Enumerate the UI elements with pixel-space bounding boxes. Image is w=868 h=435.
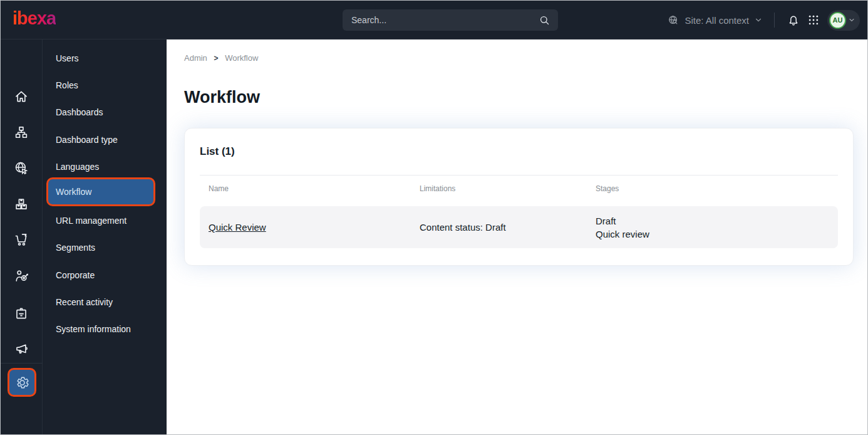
- sidebar-item-dashboard-type[interactable]: Dashboard type: [46, 126, 155, 153]
- workflow-list-card: List (1) Name Limitations Stages Quick R…: [184, 128, 854, 266]
- site-globe-icon: [13, 160, 29, 176]
- notifications-button[interactable]: [783, 10, 803, 30]
- page-title: Workflow: [184, 88, 260, 107]
- column-header-name: Name: [200, 184, 411, 193]
- admin-sidebar: Users Roles Dashboards Dashboard type La…: [43, 39, 167, 434]
- audience-target-icon: [13, 268, 29, 284]
- app-switcher-button[interactable]: [803, 10, 824, 30]
- id-badge-icon: [13, 305, 29, 322]
- sidebar-item-url-management[interactable]: URL management: [46, 207, 155, 234]
- site-context-dropdown[interactable]: Site: All context: [667, 14, 763, 26]
- site-context-label: Site: All context: [685, 15, 749, 26]
- sidebar-item-label: Workflow: [56, 187, 91, 197]
- chevron-down-icon: [754, 16, 763, 24]
- workflow-limitations: Content status: Draft: [411, 222, 587, 233]
- workflow-name-link[interactable]: Quick Review: [209, 222, 266, 233]
- sidebar-item-label: Dashboards: [56, 107, 103, 117]
- workflow-stages: Draft Quick review: [587, 214, 838, 241]
- ibexa-admin-screen: ibexa Site: All context: [0, 0, 868, 435]
- stage-item: Draft: [596, 214, 838, 228]
- nav-commerce[interactable]: [9, 227, 34, 252]
- products-boxes-icon: [13, 196, 29, 212]
- search-icon: [539, 14, 550, 26]
- user-menu-chevron-icon: [848, 16, 855, 24]
- search-input[interactable]: [350, 14, 539, 26]
- sidebar-item-label: Users: [56, 53, 79, 63]
- nav-content-tree[interactable]: [9, 120, 34, 145]
- topbar-divider: [774, 13, 775, 28]
- top-bar: ibexa Site: All context: [1, 1, 867, 39]
- breadcrumb-admin[interactable]: Admin: [184, 53, 207, 63]
- table-header-row: Name Limitations Stages: [200, 184, 838, 193]
- sidebar-item-label: System information: [56, 324, 131, 334]
- content-tree-icon: [13, 124, 29, 140]
- stage-item: Quick review: [596, 228, 838, 241]
- sidebar-item-workflow[interactable]: Workflow: [46, 177, 155, 206]
- sidebar-item-label: Languages: [56, 162, 99, 172]
- sidebar-item-languages[interactable]: Languages: [46, 153, 155, 180]
- site-context-globe-icon: [667, 14, 679, 26]
- sidebar-item-corporate[interactable]: Corporate: [46, 261, 155, 288]
- nav-site[interactable]: [9, 155, 34, 181]
- sidebar-item-users[interactable]: Users: [46, 45, 155, 71]
- nav-marketing[interactable]: [9, 336, 34, 361]
- avatar: AU: [829, 12, 846, 29]
- sidebar-item-system-information[interactable]: System information: [46, 315, 155, 342]
- column-header-stages: Stages: [587, 184, 838, 193]
- topbar-right-cluster: Site: All context: [667, 1, 860, 39]
- nav-corporate[interactable]: [9, 301, 34, 326]
- breadcrumb: Admin > Workflow: [184, 53, 258, 63]
- megaphone-icon: [13, 340, 29, 357]
- sidebar-item-roles[interactable]: Roles: [46, 71, 155, 98]
- nav-customers[interactable]: [9, 263, 34, 288]
- sidebar-item-recent-activity[interactable]: Recent activity: [46, 288, 155, 315]
- breadcrumb-workflow: Workflow: [225, 53, 258, 63]
- grid-icon: [807, 14, 820, 26]
- home-icon: [13, 88, 29, 105]
- bell-icon: [787, 13, 800, 27]
- sidebar-item-label: URL management: [56, 216, 127, 226]
- list-card-title: List (1): [200, 145, 235, 158]
- nav-admin-settings[interactable]: [8, 368, 36, 397]
- sidebar-item-dashboards[interactable]: Dashboards: [46, 98, 155, 125]
- nav-dashboard-home[interactable]: [9, 84, 34, 109]
- rail-divider: [1, 363, 43, 364]
- sidebar-item-label: Segments: [56, 243, 95, 253]
- cart-icon: [13, 231, 29, 248]
- nav-products[interactable]: [9, 191, 34, 216]
- main-nav-rail: [1, 39, 43, 434]
- sidebar-item-label: Recent activity: [56, 297, 113, 307]
- card-divider: [200, 175, 838, 176]
- sidebar-item-label: Roles: [56, 80, 78, 90]
- sidebar-item-segments[interactable]: Segments: [46, 234, 155, 261]
- sidebar-item-label: Dashboard type: [56, 135, 118, 145]
- table-row: Quick Review Content status: Draft Draft…: [200, 206, 838, 248]
- column-header-limitations: Limitations: [411, 184, 587, 193]
- gear-icon: [14, 375, 30, 390]
- user-menu[interactable]: AU: [827, 10, 860, 31]
- sidebar-item-label: Corporate: [56, 270, 95, 280]
- main-content: Admin > Workflow Workflow List (1) Name …: [167, 39, 867, 434]
- ibexa-logo[interactable]: ibexa: [13, 8, 56, 29]
- breadcrumb-separator: >: [214, 54, 218, 63]
- global-search[interactable]: [343, 9, 558, 31]
